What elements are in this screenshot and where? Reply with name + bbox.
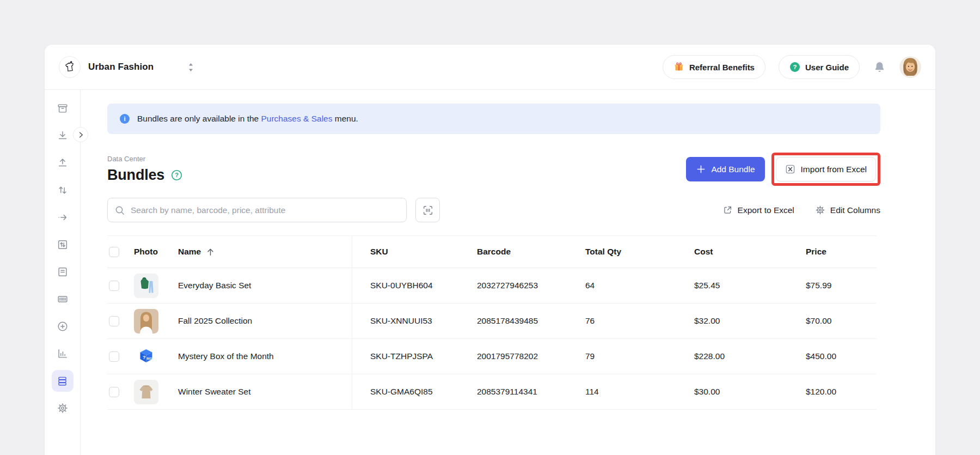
search-input[interactable]: [107, 198, 407, 222]
sidebar-item-gear[interactable]: [52, 397, 74, 419]
barcode-icon: [57, 293, 69, 305]
import-from-excel-button[interactable]: Import from Excel: [776, 157, 876, 181]
gear-icon: [815, 205, 825, 215]
select-all-checkbox[interactable]: [109, 247, 119, 257]
column-header-total-qty[interactable]: Total Qty: [585, 236, 694, 268]
bundle-total-qty: 114: [585, 387, 599, 397]
transfer-arrows-icon: [57, 184, 69, 196]
search-icon: [114, 205, 125, 216]
barcode-scan-icon: [422, 204, 434, 216]
edit-columns-button[interactable]: Edit Columns: [815, 205, 880, 215]
upload-icon: [57, 157, 69, 169]
user-avatar[interactable]: [899, 56, 921, 78]
search-row: Export to Excel Edit Columns: [107, 198, 880, 222]
move-out-icon: [57, 211, 69, 223]
row-checkbox[interactable]: [109, 387, 119, 397]
gift-icon: [673, 62, 684, 72]
export-icon: [722, 205, 733, 215]
store-switcher[interactable]: [187, 63, 194, 72]
bundle-sku: SKU-0UYBH604: [370, 281, 433, 290]
column-header-price[interactable]: Price: [806, 236, 877, 268]
user-guide-button[interactable]: ? User Guide: [779, 55, 860, 79]
bundle-name: Winter Sweater Set: [178, 387, 251, 397]
sidebar-item-sort-box[interactable]: [52, 234, 74, 256]
page-actions: Add Bundle Import from Excel: [686, 153, 880, 186]
table-body: Everyday Basic Set SKU-0UYBH604 20327279…: [107, 268, 877, 410]
database-icon: [57, 375, 68, 387]
sidebar-item-move-out[interactable]: [52, 207, 74, 228]
bundle-barcode: 2001795778202: [477, 351, 538, 361]
bundle-cost: $30.00: [694, 387, 720, 397]
sidebar-item-package[interactable]: [52, 98, 74, 119]
sidebar: [45, 90, 81, 455]
table-row[interactable]: Everyday Basic Set SKU-0UYBH604 20327279…: [107, 268, 877, 304]
sidebar-item-upload[interactable]: [52, 152, 74, 174]
svg-text:?: ?: [143, 354, 146, 360]
up-down-selector-icon: [187, 63, 194, 72]
store-name: Urban Fashion: [88, 62, 154, 72]
red-highlight-annotation: Import from Excel: [771, 153, 880, 186]
export-to-excel-button[interactable]: Export to Excel: [722, 205, 794, 215]
referral-benefits-button[interactable]: Referral Benefits: [663, 55, 765, 79]
store-logo[interactable]: [59, 56, 81, 78]
notifications-bell-icon[interactable]: [873, 60, 886, 74]
svg-text:?: ?: [793, 64, 797, 70]
sort-box-icon: [57, 239, 69, 251]
banner-text-before: Bundles are only available in the: [137, 114, 259, 123]
download-icon: [57, 130, 69, 142]
blonde-model-white-top-photo: [134, 309, 158, 333]
table-row[interactable]: Fall 2025 Collection SKU-XNNUUI53 208517…: [107, 304, 877, 339]
barcode-scan-button[interactable]: [415, 198, 440, 222]
document-icon: [57, 266, 69, 278]
column-header-photo[interactable]: Photo: [134, 236, 178, 268]
sidebar-item-bar-chart[interactable]: [52, 343, 74, 365]
bundle-name: Fall 2025 Collection: [178, 316, 252, 326]
import-from-excel-label: Import from Excel: [801, 165, 867, 174]
edit-columns-label: Edit Columns: [830, 205, 880, 215]
sidebar-item-database[interactable]: [52, 370, 74, 392]
plus-circle-icon: [57, 320, 69, 332]
row-checkbox[interactable]: [109, 351, 119, 362]
bundles-table: Photo Name SKU Barcode Total Qty Cost Pr…: [107, 235, 877, 410]
info-banner: i Bundles are only available in the Purc…: [107, 104, 880, 134]
export-to-excel-label: Export to Excel: [738, 205, 794, 215]
svg-text:?: ?: [175, 172, 179, 178]
column-header-barcode[interactable]: Barcode: [477, 236, 585, 268]
banner-text-after: menu.: [335, 114, 358, 123]
sidebar-item-download[interactable]: [52, 125, 74, 147]
sidebar-item-barcode[interactable]: [52, 288, 74, 310]
column-header-sku[interactable]: SKU: [352, 236, 477, 268]
sidebar-item-plus-circle[interactable]: [52, 316, 74, 337]
row-checkbox[interactable]: [109, 316, 119, 326]
bundle-price: $120.00: [806, 387, 836, 397]
column-header-cost[interactable]: Cost: [694, 236, 806, 268]
banner-text: Bundles are only available in the Purcha…: [137, 114, 358, 124]
info-icon: i: [119, 113, 130, 124]
sidebar-item-transfer-arrows[interactable]: [52, 179, 74, 201]
add-bundle-button[interactable]: Add Bundle: [686, 157, 764, 181]
column-header-name[interactable]: Name: [178, 236, 352, 268]
question-circle-icon: ?: [789, 62, 800, 72]
bundle-barcode: 2032727946253: [477, 281, 538, 290]
bundle-barcode: 2085379114341: [477, 387, 537, 397]
main-content: i Bundles are only available in the Purc…: [107, 90, 880, 410]
table-row[interactable]: Winter Sweater Set SKU-GMA6QI85 20853791…: [107, 374, 877, 410]
bundle-total-qty: 76: [585, 316, 595, 326]
header-actions: Referral Benefits ? User Guide: [663, 55, 921, 79]
sidebar-expand-button[interactable]: [73, 127, 88, 142]
tshirt-hanger-icon: [63, 60, 77, 74]
row-checkbox[interactable]: [109, 281, 119, 291]
chevron-right-icon: [77, 131, 85, 139]
sidebar-item-document[interactable]: [52, 261, 74, 283]
help-circle-icon[interactable]: ?: [171, 169, 182, 181]
referral-benefits-label: Referral Benefits: [689, 63, 755, 72]
purchases-sales-link[interactable]: Purchases & Sales: [261, 114, 333, 123]
beige-sweater-photo: [134, 380, 158, 404]
add-bundle-label: Add Bundle: [711, 165, 755, 174]
bundle-cost: $32.00: [694, 316, 720, 326]
bundle-price: $70.00: [806, 316, 831, 326]
table-row[interactable]: ?BOX Mystery Box of the Month SKU-TZHPJS…: [107, 339, 877, 374]
bundle-barcode: 2085178439485: [477, 316, 538, 326]
app-header: Urban Fashion Referral Benefits: [45, 45, 935, 90]
bundle-name: Everyday Basic Set: [178, 281, 251, 290]
